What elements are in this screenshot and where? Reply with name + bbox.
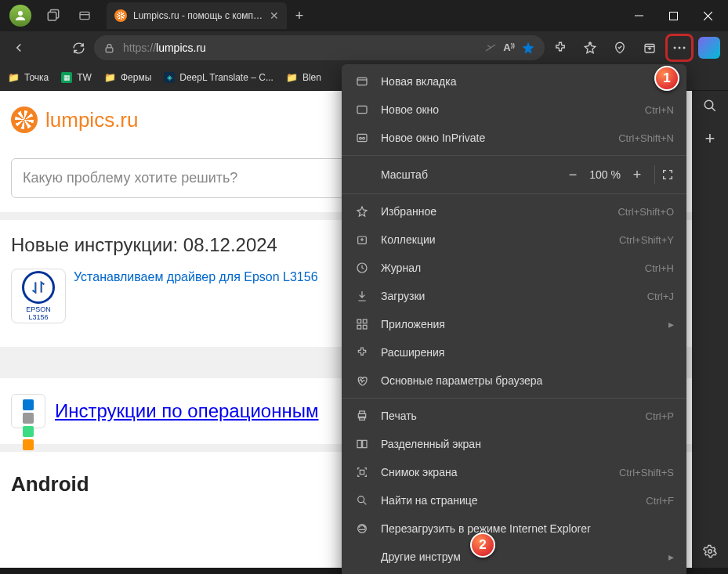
collections-icon[interactable] xyxy=(636,34,664,62)
heart-pulse-icon xyxy=(354,374,370,387)
article-thumb: EPSONL3156 xyxy=(11,269,66,323)
svg-point-17 xyxy=(683,47,686,49)
print-icon xyxy=(354,410,370,422)
settings-menu: Новая вкладка Новое окно Ctrl+N Новое ок… xyxy=(342,64,686,574)
tab-actions-icon[interactable] xyxy=(74,5,96,27)
bookmark-item[interactable]: ▦TW xyxy=(61,72,92,83)
history-icon xyxy=(354,262,370,274)
menu-downloads[interactable]: Загрузки Ctrl+J xyxy=(342,282,686,310)
workspaces-icon[interactable] xyxy=(42,5,64,27)
menu-new-inprivate[interactable]: Новое окно InPrivate Ctrl+Shift+N xyxy=(342,124,686,152)
menu-history[interactable]: Журнал Ctrl+H xyxy=(342,254,686,282)
bookmark-folder[interactable]: 📁Blen xyxy=(286,72,321,83)
menu-apps[interactable]: Приложения ▸ xyxy=(342,310,686,338)
svg-rect-33 xyxy=(357,325,361,329)
svg-point-15 xyxy=(674,47,676,49)
svg-rect-37 xyxy=(360,417,365,420)
svg-rect-31 xyxy=(357,319,361,323)
sidebar-settings-icon[interactable] xyxy=(703,544,717,558)
zoom-out-button[interactable]: − xyxy=(562,167,584,183)
bookmark-folder[interactable]: 📁Фермы xyxy=(104,72,151,83)
split-screen-icon xyxy=(354,438,370,450)
settings-and-more-button[interactable] xyxy=(665,34,694,62)
sidebar-add-icon[interactable]: + xyxy=(705,128,715,149)
menu-ie-mode[interactable]: Перезагрузить в режиме Internet Explorer xyxy=(342,514,686,543)
svg-rect-21 xyxy=(357,78,367,85)
menu-screenshot[interactable]: Снимок экрана Ctrl+Shift+S xyxy=(342,458,686,486)
svg-point-20 xyxy=(708,550,712,554)
browser-tab[interactable]: Lumpics.ru - помощь с компьюте ✕ xyxy=(107,2,287,29)
favorites-hub-icon[interactable] xyxy=(576,34,604,62)
folder-icon: 📁 xyxy=(104,72,116,83)
read-aloud-icon[interactable]: A)) xyxy=(503,42,515,53)
os-icon xyxy=(11,394,45,428)
tab-favicon xyxy=(114,9,127,22)
menu-find[interactable]: Найти на странице Ctrl+F xyxy=(342,486,686,514)
new-tab-button[interactable]: + xyxy=(287,8,312,24)
svg-point-16 xyxy=(679,47,681,49)
sheets-icon: ▦ xyxy=(61,72,72,83)
extensions-icon[interactable] xyxy=(546,34,574,62)
menu-collections[interactable]: Коллекции Ctrl+Shift+Y xyxy=(342,226,686,254)
browser-essentials-icon[interactable] xyxy=(606,34,634,62)
edge-sidebar: + xyxy=(692,91,728,568)
minimize-button[interactable] xyxy=(621,0,656,31)
bookmark-folder[interactable]: 📁Точка xyxy=(8,72,49,83)
maximize-button[interactable] xyxy=(656,0,690,31)
new-tab-icon xyxy=(354,75,370,88)
ie-icon xyxy=(354,522,370,535)
article-link[interactable]: Устанавливаем драйвер для Epson L3156 xyxy=(74,269,318,323)
bookmark-item[interactable]: ◈DeepL Translate – С... xyxy=(164,72,273,83)
svg-rect-32 xyxy=(363,319,367,323)
menu-split-screen[interactable]: Разделенный экран xyxy=(342,430,686,458)
folder-icon: 📁 xyxy=(286,72,298,83)
logo-icon xyxy=(11,106,38,133)
menu-favorites[interactable]: Избранное Ctrl+Shift+O xyxy=(342,197,686,226)
svg-rect-5 xyxy=(669,12,677,20)
find-icon xyxy=(354,494,370,507)
close-window-button[interactable] xyxy=(690,0,725,31)
svg-rect-8 xyxy=(106,47,113,52)
zoom-in-button[interactable]: + xyxy=(626,167,648,183)
svg-rect-39 xyxy=(363,440,367,447)
sidebar-search-icon[interactable] xyxy=(703,99,717,113)
menu-extensions[interactable]: Расширения xyxy=(342,338,686,366)
favorite-star-icon[interactable] xyxy=(521,41,535,55)
tracking-prevention-icon[interactable] xyxy=(484,42,497,54)
toolbar: https://lumpics.ru A)) xyxy=(0,31,728,64)
copilot-button[interactable] xyxy=(695,34,723,62)
deepl-icon: ◈ xyxy=(164,72,175,83)
profile-avatar[interactable] xyxy=(9,5,31,27)
menu-new-tab[interactable]: Новая вкладка xyxy=(342,67,686,96)
svg-rect-23 xyxy=(357,106,367,113)
folder-icon: 📁 xyxy=(8,72,20,83)
back-button[interactable] xyxy=(5,34,33,62)
zoom-label: Масштаб xyxy=(381,168,428,181)
fullscreen-button[interactable] xyxy=(661,168,674,181)
site-info-icon[interactable] xyxy=(103,42,115,54)
svg-rect-24 xyxy=(357,134,367,141)
menu-new-window[interactable]: Новое окно Ctrl+N xyxy=(342,96,686,124)
menu-essentials[interactable]: Основные параметры браузера xyxy=(342,366,686,395)
svg-line-42 xyxy=(363,501,366,504)
apps-icon xyxy=(354,318,370,330)
tab-title: Lumpics.ru - помощь с компьюте xyxy=(133,10,263,21)
logo-text: lumpics.ru xyxy=(45,108,138,132)
tab-close-icon[interactable]: ✕ xyxy=(270,9,279,22)
refresh-button[interactable] xyxy=(64,34,92,62)
svg-point-26 xyxy=(363,137,365,139)
menu-print[interactable]: Печать Ctrl+P xyxy=(342,402,686,430)
svg-point-25 xyxy=(360,137,362,139)
address-bar[interactable]: https://lumpics.ru A)) xyxy=(94,35,545,60)
screenshot-icon xyxy=(354,466,370,478)
menu-more-tools[interactable]: Другие инструм ▸ xyxy=(342,543,686,571)
submenu-arrow-icon: ▸ xyxy=(668,318,674,330)
svg-point-0 xyxy=(18,11,23,16)
collections-icon xyxy=(354,233,370,246)
svg-rect-40 xyxy=(360,470,364,474)
article-item[interactable]: EPSONL3156 Устанавливаем драйвер для Eps… xyxy=(11,269,343,323)
svg-rect-34 xyxy=(363,325,367,329)
star-icon xyxy=(354,205,370,218)
os-section-link[interactable]: Инструкции по операционным xyxy=(55,400,318,422)
svg-rect-38 xyxy=(357,440,361,447)
